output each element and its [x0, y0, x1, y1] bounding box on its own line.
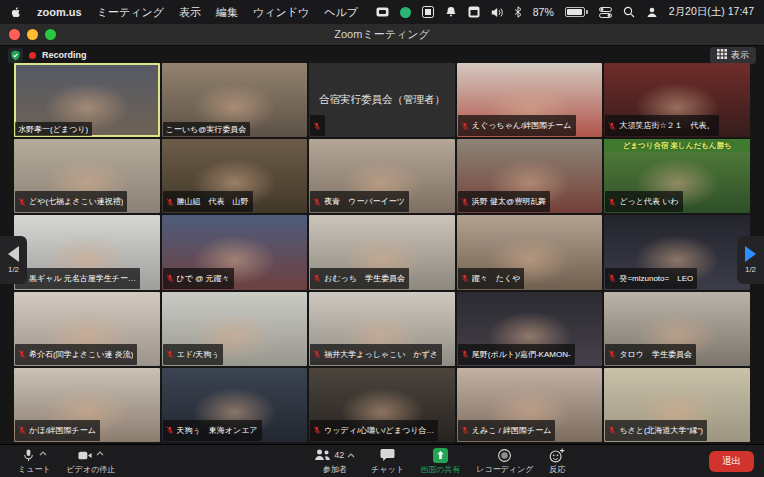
volume-icon[interactable] — [491, 7, 503, 18]
menubar-datetime[interactable]: 2月20日(土) 17:47 — [669, 5, 754, 19]
participant-tile[interactable]: どまつり合宿 楽しんだもん勝ち どっと代表 いわ — [604, 139, 750, 213]
participant-name-label: 浜野 健太@豊明乱舞 — [458, 191, 550, 212]
participant-name: 黒ギャル 元名古屋学生チー… — [29, 273, 136, 284]
chat-bubble-icon — [380, 448, 395, 464]
meeting-area: Recording 表示 水野孝一(どまつり) こーいち@実行委員会 — [0, 46, 764, 444]
participant-tile[interactable]: おむっち 学生委員会 — [309, 215, 455, 289]
participant-name: 勝山組 代表 山野 — [177, 196, 249, 207]
fullscreen-button[interactable] — [45, 29, 56, 40]
participant-name-label — [310, 115, 325, 136]
participant-tile[interactable]: 浜野 健太@豊明乱舞 — [457, 139, 603, 213]
close-button[interactable] — [9, 29, 20, 40]
minimize-button[interactable] — [27, 29, 38, 40]
reactions-button[interactable]: 反応 — [541, 448, 573, 475]
muted-mic-icon — [18, 193, 26, 211]
participant-tile[interactable]: 福井大学よっしゃこい かずさ — [309, 292, 455, 366]
muted-mic-icon — [461, 193, 469, 211]
view-button-label: 表示 — [731, 49, 749, 62]
participant-tile[interactable]: 水野孝一(どまつり) — [14, 63, 160, 137]
view-button[interactable]: 表示 — [710, 47, 756, 64]
stop-video-button[interactable]: ビデオの停止 — [59, 448, 124, 475]
muted-mic-icon — [166, 345, 174, 363]
security-shield-icon[interactable] — [8, 48, 23, 63]
participant-tile[interactable]: 癸=mizunoto= LEO — [604, 215, 750, 289]
video-options-chevron-icon[interactable] — [96, 449, 104, 458]
participant-name: 癸=mizunoto= LEO — [619, 273, 693, 284]
participant-name-label: エド/天狗ぅ — [163, 344, 224, 365]
participant-tile[interactable]: かほ/絆国際チーム — [14, 368, 160, 442]
participant-tile[interactable]: 希介石(関学よさこい連 炎流) — [14, 292, 160, 366]
participant-tile[interactable]: ちさと(北海道大学"縁") — [604, 368, 750, 442]
menu-view[interactable]: 表示 — [179, 5, 201, 20]
muted-mic-icon — [313, 117, 321, 135]
participants-icon — [314, 448, 331, 464]
participants-button[interactable]: 42 参加者 — [306, 448, 363, 475]
meeting-toolbar: ミュート ビデオの停止 42 参加者 チャット — [0, 444, 764, 477]
window-app-icon[interactable] — [422, 6, 434, 18]
participant-tile[interactable]: タロウ 学生委員会 — [604, 292, 750, 366]
participant-tile[interactable]: 躍々 たくや — [457, 215, 603, 289]
menu-edit[interactable]: 編集 — [216, 5, 238, 20]
participant-name-label: 福井大学よっしゃこい かずさ — [310, 344, 442, 365]
battery-icon — [565, 7, 588, 17]
gallery-grid: 水野孝一(どまつり) こーいち@実行委員会 合宿実行委員会（管理者） えぐっちゃ… — [0, 63, 764, 444]
menu-help[interactable]: ヘルプ — [324, 5, 358, 20]
participant-tile[interactable]: 夜青 ウーバーイーツ — [309, 139, 455, 213]
muted-mic-icon — [608, 345, 616, 363]
mute-options-chevron-icon[interactable] — [39, 449, 47, 458]
spotlight-search-icon[interactable] — [623, 6, 635, 18]
participant-tile[interactable]: ウッディ/心囃い/どまつり合… — [309, 368, 455, 442]
participant-tile[interactable]: こーいち@実行委員会 — [162, 63, 308, 137]
green-app-icon[interactable] — [400, 7, 411, 18]
share-screen-button[interactable]: 画面の共有 — [412, 448, 468, 475]
chat-button-label: チャット — [371, 464, 404, 475]
participant-tile[interactable]: 尾野(ポルト)/嘉們-KAMON- — [457, 292, 603, 366]
participant-tile[interactable]: 天狗ぅ 東海オンエア — [162, 368, 308, 442]
participant-tile[interactable]: 勝山組 代表 山野 — [162, 139, 308, 213]
window-title: Zoomミーティング — [0, 27, 764, 42]
bluetooth-icon[interactable] — [514, 6, 522, 18]
menu-meeting[interactable]: ミーティング — [97, 5, 164, 20]
record-button[interactable]: レコーディング — [468, 448, 541, 475]
calendar-app-icon[interactable] — [468, 6, 480, 18]
participant-tile[interactable]: どや(七福よさこい連祝禮) — [14, 139, 160, 213]
user-switch-icon[interactable] — [646, 6, 658, 18]
chat-button[interactable]: チャット — [363, 448, 412, 475]
notification-bell-icon[interactable] — [445, 6, 457, 18]
menu-window[interactable]: ウィンドウ — [253, 5, 309, 20]
participant-tile[interactable]: 黒ギャル 元名古屋学生チー… — [14, 215, 160, 289]
participant-tile[interactable]: えみこ / 絆国際チーム — [457, 368, 603, 442]
participants-button-label: 参加者 — [323, 464, 347, 475]
participant-name-label: どっと代表 いわ — [605, 191, 682, 212]
participant-tile[interactable]: 合宿実行委員会（管理者） — [309, 63, 455, 137]
muted-mic-icon — [461, 421, 469, 439]
next-page-button[interactable]: 1/2 — [737, 236, 764, 284]
mute-button-label: ミュート — [18, 464, 51, 475]
tile-banner: どまつり合宿 楽しんだもん勝ち — [604, 139, 750, 152]
participant-tile[interactable]: エド/天狗ぅ — [162, 292, 308, 366]
muted-mic-icon — [461, 269, 469, 287]
leave-meeting-button[interactable]: 退出 — [709, 451, 754, 472]
participant-name: 夜青 ウーバーイーツ — [324, 196, 405, 207]
participant-name-label: 天狗ぅ 東海オンエア — [163, 420, 262, 441]
participant-name-label: 躍々 たくや — [458, 268, 525, 289]
previous-page-button[interactable]: 1/2 — [0, 236, 27, 284]
participant-name: どっと代表 いわ — [619, 196, 678, 207]
mute-button[interactable]: ミュート — [10, 448, 59, 475]
menubar-app-name[interactable]: zoom.us — [37, 6, 82, 18]
display-app-icon[interactable] — [376, 7, 389, 18]
reactions-smiley-icon — [549, 448, 565, 465]
recording-dot-icon — [29, 52, 36, 59]
control-center-icon[interactable] — [599, 7, 612, 18]
participant-tile[interactable]: 大須笑店街☆２１ 代表。 — [604, 63, 750, 137]
participant-tile[interactable]: えぐっちゃん/絆国際チーム — [457, 63, 603, 137]
muted-mic-icon — [313, 269, 321, 287]
participant-tile[interactable]: ひで @ 元躍々 — [162, 215, 308, 289]
tile-center-name: 合宿実行委員会（管理者） — [309, 63, 455, 137]
muted-mic-icon — [18, 421, 26, 439]
apple-menu-icon[interactable] — [10, 6, 22, 19]
record-button-label: レコーディング — [476, 464, 533, 475]
participants-chevron-icon[interactable] — [347, 451, 355, 460]
muted-mic-icon — [608, 269, 616, 287]
reactions-button-label: 反応 — [549, 464, 565, 475]
